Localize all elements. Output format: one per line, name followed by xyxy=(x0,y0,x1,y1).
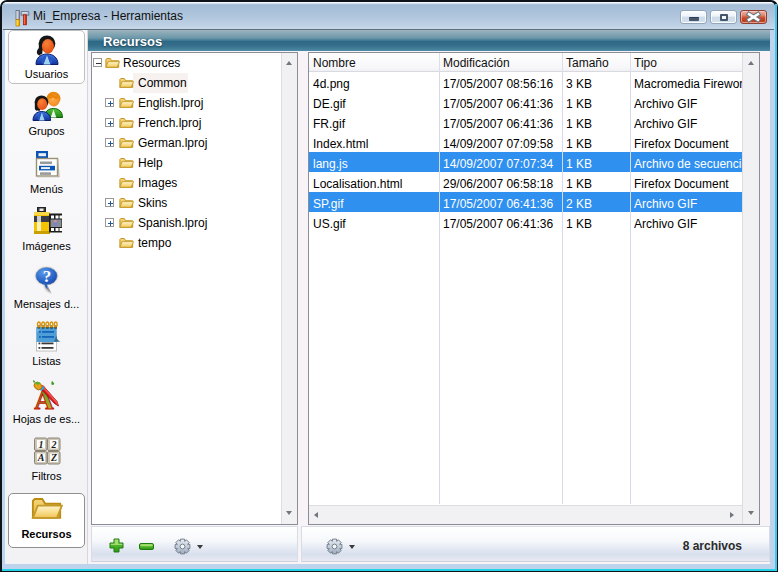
svg-text:?: ? xyxy=(42,267,51,286)
svg-text:A: A xyxy=(36,452,44,463)
svg-text:Z: Z xyxy=(49,452,56,463)
svg-text:1: 1 xyxy=(38,439,43,450)
svg-text:2: 2 xyxy=(50,439,56,450)
